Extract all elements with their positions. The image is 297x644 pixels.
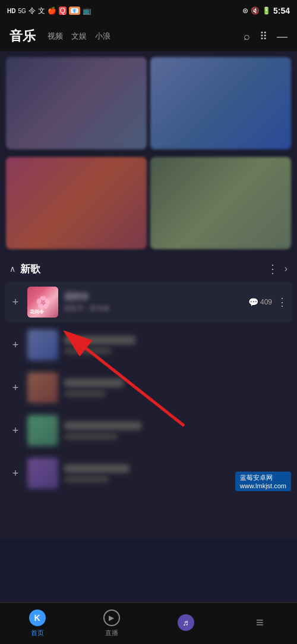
- song-item-2[interactable]: +: [5, 325, 292, 365]
- live-play-icon: ▶: [109, 614, 114, 622]
- song-cover-3: [27, 372, 58, 403]
- song-cover-art-1: 🌸 花间令: [27, 287, 58, 318]
- song-cover-2: [27, 329, 58, 360]
- album-item-2[interactable]: [150, 57, 291, 149]
- album-grid: [0, 51, 297, 259]
- live-icon: ▶: [103, 610, 120, 626]
- add-song-icon-3[interactable]: +: [10, 382, 21, 394]
- chevron-up-icon: ∧: [10, 264, 15, 274]
- nav-links: 视频 文娱 小浪: [48, 31, 232, 42]
- song-cover-4: [27, 415, 58, 446]
- song-menu-icon[interactable]: ⋮: [277, 296, 287, 309]
- text-icon: 文: [38, 6, 45, 16]
- song-meta-1: 💬 409 ⋮: [248, 296, 287, 309]
- app-icon-4: 📺: [83, 7, 91, 15]
- song-comment-count: 💬 409: [248, 297, 272, 307]
- add-song-icon-2[interactable]: +: [10, 339, 21, 351]
- equalizer-icon[interactable]: ⠿: [260, 30, 267, 43]
- live-label: 直播: [105, 629, 118, 637]
- album-item-3[interactable]: [6, 157, 147, 249]
- main-content: ∧ 新歌 ⋮ › + 🌸 花间令 花间令 某歌手: [0, 51, 297, 539]
- nav-link-wave[interactable]: 小浪: [95, 31, 110, 42]
- song-cover-label: 花间令: [30, 309, 44, 315]
- watermark-url: www.lmkjst.com: [240, 482, 286, 489]
- signal-5g: 5G: [18, 8, 26, 14]
- nav-item-home[interactable]: K 首页: [0, 610, 74, 637]
- comment-icon: 💬: [248, 297, 258, 307]
- section-title: 新歌: [20, 262, 262, 276]
- song-artist-1: 某歌手 - 某专辑: [64, 304, 242, 313]
- status-right: ⊛ 🔇 🔋 5:54: [242, 6, 290, 15]
- app-icon-1: 🍎: [48, 7, 56, 15]
- add-song-icon-4[interactable]: +: [10, 425, 21, 437]
- add-song-icon-5[interactable]: +: [10, 467, 21, 480]
- hd-badge: HD: [7, 8, 15, 14]
- album-item-1[interactable]: [6, 57, 147, 149]
- more-nav-icon: ≡: [252, 614, 268, 631]
- nav-item-more[interactable]: ≡: [223, 614, 297, 633]
- home-icon: K: [29, 610, 46, 626]
- status-time: 5:54: [273, 6, 290, 15]
- nav-link-ent[interactable]: 文娱: [71, 31, 87, 42]
- watermark-text: 蓝莓安卓网: [240, 474, 273, 481]
- more-options-icon[interactable]: ⋮: [267, 262, 280, 276]
- song-title-1: 花间令: [64, 291, 242, 302]
- bottom-nav: K 首页 ▶ 直播 ♬ ≡: [0, 602, 297, 644]
- section-header: ∧ 新歌 ⋮ ›: [0, 253, 297, 282]
- song-info-2: [64, 336, 287, 354]
- top-nav: 音乐 视频 文娱 小浪 ⌕ ⠿ —: [0, 21, 297, 51]
- battery-icon: 🔋: [262, 7, 271, 15]
- nav-item-radio[interactable]: ♬: [148, 614, 223, 633]
- watermark: 蓝莓安卓网 www.lmkjst.com: [235, 472, 291, 491]
- song-item-3[interactable]: +: [5, 367, 292, 408]
- section-forward-icon[interactable]: ›: [285, 263, 287, 274]
- status-left: HD 5G 令 文 🍎 Q 📧 📺: [7, 6, 91, 16]
- menu-icon[interactable]: —: [277, 30, 287, 43]
- volume-icon: 🔇: [251, 7, 260, 15]
- song-info-1: 花间令 某歌手 - 某专辑: [64, 291, 242, 313]
- radio-icon: ♬: [178, 614, 194, 631]
- song-item-4[interactable]: +: [5, 410, 292, 451]
- add-song-icon[interactable]: +: [10, 296, 21, 309]
- nav-icons: ⌕ ⠿ —: [244, 30, 287, 43]
- app-title: 音乐: [10, 27, 36, 45]
- comment-count: 409: [260, 298, 272, 306]
- wifi-icon: 令: [29, 6, 36, 16]
- home-k-label: K: [34, 613, 40, 623]
- app-icon-2: Q: [59, 7, 67, 15]
- nav-item-live[interactable]: ▶ 直播: [74, 610, 148, 637]
- app-icon-3: 📧: [69, 7, 80, 15]
- song-cover-1: 🌸 花间令: [27, 287, 58, 318]
- home-label: 首页: [31, 629, 44, 637]
- new-songs-section: ∧ 新歌 ⋮ › + 🌸 花间令 花间令 某歌手: [0, 253, 297, 539]
- song-item-first[interactable]: + 🌸 花间令 花间令 某歌手 - 某专辑 💬 40: [5, 282, 292, 322]
- search-icon[interactable]: ⌕: [244, 30, 250, 43]
- song-cover-5: [27, 458, 58, 489]
- song-info-4: [64, 422, 287, 439]
- nav-link-video[interactable]: 视频: [48, 31, 63, 42]
- album-item-4[interactable]: [150, 157, 291, 249]
- status-bar: HD 5G 令 文 🍎 Q 📧 📺 ⊛ 🔇 🔋 5:54: [0, 0, 297, 21]
- radio-symbol: ♬: [182, 618, 189, 627]
- bluetooth-icon: ⊛: [242, 7, 248, 15]
- song-info-3: [64, 379, 287, 397]
- song-list: + 🌸 花间令 花间令 某歌手 - 某专辑 💬 40: [0, 282, 297, 494]
